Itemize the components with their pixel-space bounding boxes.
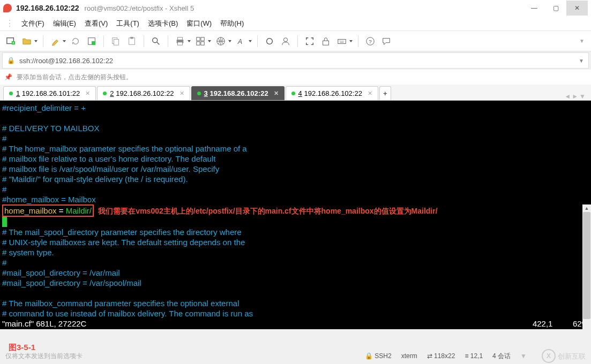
- terminal-line: #: [2, 184, 589, 194]
- menu-edit[interactable]: 编辑(E): [50, 17, 79, 30]
- annotation-text: 我们需要在vms002主机上的/etc/postfix/目录下的main.cf文…: [98, 207, 437, 215]
- svg-rect-11: [178, 42, 183, 44]
- terminal-cursor: _: [2, 217, 7, 227]
- svg-text:A: A: [237, 37, 242, 45]
- svg-point-8: [153, 37, 158, 42]
- close-tab-icon[interactable]: ✕: [85, 90, 90, 97]
- terminal-line: # The mailbox_command parameter specifie…: [2, 298, 589, 308]
- svg-rect-13: [201, 37, 204, 40]
- scrollbar[interactable]: ▲ ▼: [582, 204, 591, 364]
- tab-strip: 1 192.168.26.101:22✕ 2 192.168.26.102:22…: [0, 85, 591, 101]
- terminal-line: #mail_spool_directory = /var/mail: [2, 268, 589, 278]
- print-button[interactable]: [173, 34, 188, 49]
- tab-3[interactable]: 3 192.168.26.102:22✕: [191, 86, 285, 100]
- terminal[interactable]: #recipient_delimiter = + # DELIVERY TO M…: [0, 101, 591, 329]
- status-bar: 仅将文本发送到当前选项卡 🔒 SSH2 xterm ⇄ 118x22 ≡ 12,…: [0, 348, 591, 364]
- minimize-button[interactable]: —: [523, 1, 545, 16]
- font-button[interactable]: A: [234, 34, 249, 49]
- terminal-line: #home_mailbox = Mailbox: [2, 194, 589, 204]
- scrollbar-up-icon[interactable]: ▲: [582, 204, 591, 212]
- terminal-line: # UNIX-style mailboxes are kept. The def…: [2, 237, 589, 247]
- terminal-line: # system type.: [2, 247, 589, 257]
- lock-button[interactable]: [318, 34, 333, 49]
- status-size: ⇄ 118x22: [427, 352, 455, 360]
- user-button[interactable]: [278, 34, 293, 49]
- menu-help[interactable]: 帮助(H): [217, 17, 247, 30]
- refresh-button[interactable]: [262, 34, 277, 49]
- tab-nav: ◄ ► ▼: [564, 93, 588, 100]
- new-session-button[interactable]: [3, 34, 18, 49]
- svg-point-18: [283, 37, 287, 41]
- status-dot-icon: [197, 92, 201, 95]
- highlight-button[interactable]: [48, 34, 63, 49]
- keyboard-button[interactable]: [334, 34, 349, 49]
- tip-bar: 📌 要添加当前会话，点击左侧的箭头按钮。: [0, 70, 591, 85]
- status-dot-icon: [9, 92, 13, 95]
- address-dropdown-icon[interactable]: ▼: [579, 58, 584, 64]
- scrollbar-thumb[interactable]: [583, 212, 590, 319]
- watermark-logo: X 创新互联: [542, 349, 586, 363]
- tab-2[interactable]: 2 192.168.26.102:22✕: [97, 86, 190, 100]
- help-button[interactable]: ?: [363, 34, 378, 49]
- tip-text: 要添加当前会话，点击左侧的箭头按钮。: [17, 73, 132, 82]
- paste-button[interactable]: [124, 34, 139, 49]
- terminal-line: #: [2, 257, 589, 268]
- status-cursor: ≡ 12,1: [465, 352, 483, 360]
- menubar: ⋮ 文件(F) 编辑(E) 查看(V) 工具(T) 选项卡(B) 窗口(W) 帮…: [0, 16, 591, 31]
- logo-icon: X: [542, 349, 556, 363]
- terminal-line: #: [2, 133, 589, 143]
- svg-rect-3: [92, 41, 95, 45]
- status-term: xterm: [401, 352, 417, 360]
- close-tab-icon[interactable]: ✕: [179, 90, 184, 97]
- close-tab-icon[interactable]: ✕: [274, 90, 279, 97]
- properties-button[interactable]: [84, 34, 99, 49]
- status-dropdown-icon[interactable]: ▼: [520, 352, 527, 360]
- close-button[interactable]: ✕: [566, 1, 588, 16]
- window-controls: — ▢ ✕: [523, 1, 588, 16]
- fullscreen-button[interactable]: [302, 34, 317, 49]
- menu-view[interactable]: 查看(V): [81, 17, 111, 30]
- window-path: root@vms002:/etc/postfix - Xshell 5: [85, 4, 194, 12]
- chat-button[interactable]: [379, 34, 394, 49]
- svg-rect-14: [197, 41, 200, 44]
- status-ssh: 🔒 SSH2: [365, 352, 392, 360]
- menu-file[interactable]: 文件(F): [18, 17, 48, 30]
- tab-1[interactable]: 1 192.168.26.101:22✕: [3, 86, 96, 100]
- menu-tools[interactable]: 工具(T): [113, 17, 143, 30]
- terminal-line: # mailbox file is /var/spool/mail/user o…: [2, 164, 589, 174]
- svg-text:?: ?: [369, 38, 372, 44]
- tab-list-icon[interactable]: ▼: [579, 93, 586, 100]
- vim-status-line: "main.cf" 681L, 27222C422,1 62%: [2, 318, 589, 329]
- address-text: ssh://root@192.168.26.102:22: [19, 57, 574, 65]
- address-bar[interactable]: 🔒 ssh://root@192.168.26.102:22 ▼: [2, 52, 589, 69]
- globe-button[interactable]: [213, 34, 228, 49]
- tab-4[interactable]: 4 192.168.26.102:22✕: [286, 86, 378, 100]
- find-button[interactable]: [148, 34, 163, 49]
- menubar-grip: ⋮: [5, 18, 14, 28]
- lock-icon: 🔒: [7, 57, 15, 64]
- toolbar-overflow-icon[interactable]: ▼: [579, 38, 588, 44]
- tab-next-icon[interactable]: ►: [572, 93, 578, 100]
- svg-rect-19: [323, 41, 329, 45]
- toolbar-separator: [358, 35, 358, 47]
- svg-rect-20: [338, 39, 346, 43]
- terminal-line: # DELIVERY TO MAILBOX: [2, 123, 589, 133]
- close-tab-icon[interactable]: ✕: [368, 90, 372, 97]
- maximize-button[interactable]: ▢: [545, 1, 566, 16]
- terminal-line: #recipient_delimiter = +: [2, 103, 589, 113]
- menu-window[interactable]: 窗口(W): [183, 17, 215, 30]
- menu-tabs[interactable]: 选项卡(B): [145, 17, 181, 30]
- connection-label: 192.168.26.102:22: [16, 4, 79, 12]
- toolbar: A ? ▼: [0, 31, 591, 51]
- open-button[interactable]: [19, 34, 34, 49]
- reconnect-button[interactable]: [68, 34, 83, 49]
- layout-button[interactable]: [193, 34, 208, 49]
- tab-prev-icon[interactable]: ◄: [564, 93, 571, 100]
- svg-rect-10: [178, 37, 183, 40]
- add-tab-button[interactable]: +: [379, 86, 391, 100]
- status-dot-icon: [291, 92, 295, 95]
- toolbar-separator: [103, 35, 104, 47]
- pin-icon[interactable]: 📌: [4, 73, 12, 81]
- copy-button[interactable]: [108, 34, 123, 49]
- toolbar-separator: [257, 35, 258, 47]
